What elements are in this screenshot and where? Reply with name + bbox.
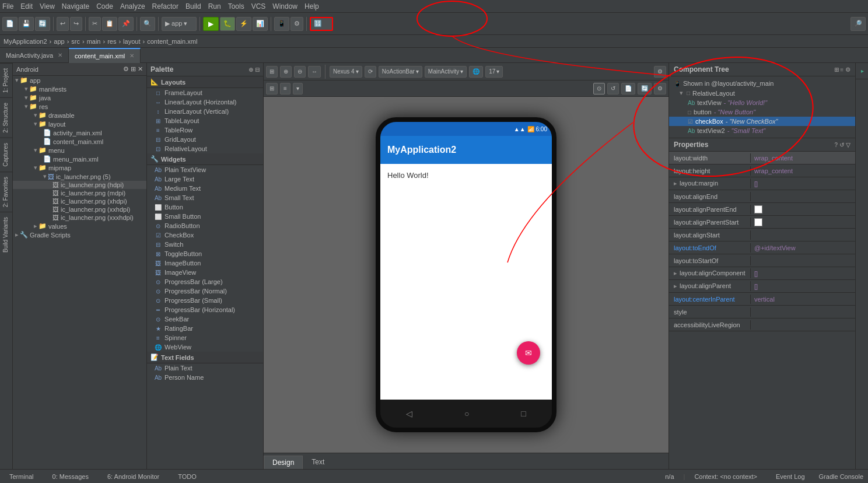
nav-recents-button[interactable]: □: [521, 409, 526, 418]
tree-item-ic-xxhdpi[interactable]: 🖼 ic_launcher.png (xxhdpi): [13, 205, 146, 214]
prop-val-alignparentstart[interactable]: [751, 217, 855, 228]
ct-item-checkbox[interactable]: ☑ checkBox - "New CheckBox": [669, 117, 855, 126]
prop-expand-aligncomponent[interactable]: ▸: [674, 270, 677, 276]
vtab-project[interactable]: 1: Project: [0, 63, 13, 97]
palette-item-imagebutton[interactable]: 🖼 ImageButton: [147, 258, 263, 268]
tree-expand-drawable[interactable]: ▾: [34, 111, 37, 119]
menu-analyze[interactable]: Analyze: [120, 2, 145, 10]
palette-item-checkbox[interactable]: ☑ CheckBox: [147, 230, 263, 240]
canvas-reload-button[interactable]: ↺: [607, 83, 619, 94]
canvas-zoom-fit[interactable]: ⊞: [266, 66, 278, 78]
ct-item-button[interactable]: □ button - "New Button": [669, 107, 855, 117]
prop-val-aligncomponent[interactable]: []: [751, 269, 855, 278]
palette-item-webview[interactable]: 🌐 WebView: [147, 342, 263, 352]
tree-item-gradle[interactable]: ▸ 🔧 Gradle Scripts: [13, 230, 146, 239]
palette-item-switch[interactable]: ⊟ Switch: [147, 240, 263, 249]
bottom-tab-messages[interactable]: 0: Messages: [48, 470, 93, 483]
palette-category-widgets[interactable]: 🔧 Widgets: [147, 153, 263, 165]
tree-item-drawable[interactable]: ▾ 📁 drawable: [13, 111, 146, 120]
palette-item-smalltext[interactable]: Ab Small Text: [147, 193, 263, 202]
tree-item-res[interactable]: ▾ 📁 res: [13, 102, 146, 111]
palette-item-progressbar-normal[interactable]: ⊙ ProgressBar (Normal): [147, 286, 263, 296]
bottom-tab-todo[interactable]: TODO: [173, 470, 201, 483]
prop-expand-margin[interactable]: ▸: [674, 180, 677, 187]
tree-item-layout[interactable]: ▾ 📁 layout: [13, 120, 146, 128]
bottom-tab-terminal[interactable]: Terminal: [5, 470, 38, 483]
tree-expand-menu[interactable]: ▾: [34, 146, 37, 154]
tab-contentmain[interactable]: content_main.xml ✕: [69, 48, 141, 63]
canvas-settings-button[interactable]: ⚙: [654, 66, 666, 78]
toolbar-profile-button[interactable]: 📊: [253, 17, 268, 31]
canvas-api-dropdown[interactable]: 17 ▾: [485, 66, 503, 78]
canvas-refresh-button[interactable]: ⊙: [593, 83, 605, 94]
palette-item-largetext[interactable]: Ab Large Text: [147, 174, 263, 184]
nav-back-button[interactable]: ◁: [406, 409, 412, 418]
toolbar-coverage-button[interactable]: ⚡: [236, 17, 251, 31]
prop-expand-alignparent[interactable]: ▸: [674, 282, 677, 289]
prop-val-toendof[interactable]: @+id/textView: [751, 243, 855, 253]
toolbar-paste-button[interactable]: 📌: [118, 17, 134, 31]
canvas-config-button[interactable]: ⚙: [654, 83, 666, 94]
tree-item-manifests[interactable]: ▾ 📁 manifests: [13, 85, 146, 93]
toolbar-copy-button[interactable]: 📋: [102, 17, 117, 31]
palette-item-togglebutton[interactable]: ⊠ ToggleButton: [147, 249, 263, 258]
tab-mainactivity-close[interactable]: ✕: [58, 52, 62, 58]
tree-item-menu[interactable]: ▾ 📁 menu: [13, 146, 146, 155]
ct-item-textview[interactable]: Ab textView - "Hello World!": [669, 98, 855, 107]
palette-item-tablerow[interactable]: ≡ TableRow: [147, 125, 263, 135]
toolbar-app-dropdown[interactable]: ▶ app ▾: [162, 17, 197, 31]
canvas-orientation-button[interactable]: ⟳: [365, 66, 376, 78]
palette-item-radiobutton[interactable]: ⊙ RadioButton: [147, 221, 263, 230]
palette-item-gridlayout[interactable]: ⊟ GridLayout: [147, 135, 263, 144]
palette-item-button[interactable]: ⬜ Button: [147, 202, 263, 212]
tree-expand-values[interactable]: ▸: [34, 222, 37, 230]
canvas-tab-text[interactable]: Text: [303, 455, 333, 469]
tree-expand-ic-launcher[interactable]: ▾: [43, 173, 47, 180]
palette-item-imageview[interactable]: 🖼 ImageView: [147, 268, 263, 277]
menu-file[interactable]: File: [2, 2, 13, 10]
canvas-more-button[interactable]: ▾: [293, 83, 303, 94]
breadcrumb-res[interactable]: res: [107, 38, 116, 45]
checkbox-alignparentend[interactable]: [754, 205, 762, 214]
palette-category-textfields[interactable]: 📝 Text Fields: [147, 352, 263, 363]
tree-item-java[interactable]: ▾ 📁 java: [13, 93, 146, 102]
palette-item-plaintext[interactable]: Ab Plain Text: [147, 363, 263, 373]
menu-edit[interactable]: Edit: [20, 2, 33, 10]
tree-item-ic-mdpi[interactable]: 🖼 ic_launcher.png (mdpi): [13, 189, 146, 197]
palette-item-framelayout[interactable]: □ FrameLayout: [147, 88, 263, 97]
tree-expand-res[interactable]: ▾: [24, 103, 28, 110]
vtab-favorites[interactable]: 2: Favorites: [0, 172, 13, 212]
ct-expand-relativelayout[interactable]: ▾: [680, 89, 683, 97]
menu-run[interactable]: Run: [208, 2, 221, 10]
menu-window[interactable]: Window: [272, 2, 298, 10]
vtab-captures[interactable]: Captures: [0, 138, 13, 172]
toolbar-cut-button[interactable]: ✂: [89, 17, 101, 31]
palette-item-spinner[interactable]: ≡ Spinner: [147, 333, 263, 342]
tree-item-content-main[interactable]: 📄 content_main.xml: [13, 137, 146, 146]
tree-item-ic-xhdpi[interactable]: 🖼 ic_launcher.png (xhdpi): [13, 197, 146, 205]
palette-controls[interactable]: ⊕ ⊟: [249, 66, 260, 73]
toolbar-save-button[interactable]: 💾: [19, 17, 34, 31]
prop-val-style[interactable]: [751, 311, 855, 313]
properties-controls[interactable]: ? ↺ ▽: [834, 142, 850, 148]
tree-expand-manifests[interactable]: ▾: [24, 85, 28, 93]
prop-key-centerinparent[interactable]: layout:centerInParent: [669, 295, 751, 304]
palette-item-linearlayout-h[interactable]: ↔ LinearLayout (Horizontal): [147, 97, 263, 107]
palette-item-ratingbar[interactable]: ★ RatingBar: [147, 324, 263, 333]
canvas-linear-button[interactable]: ≡: [280, 83, 290, 94]
menu-vcs[interactable]: VCS: [251, 2, 266, 10]
ct-item-relativelayout[interactable]: ▾ □ RelativeLayout: [669, 88, 855, 98]
prop-val-alignparentend[interactable]: [751, 204, 855, 215]
canvas-locale-button[interactable]: 🌐: [469, 66, 483, 78]
toolbar-extra-button[interactable]: 🔢: [310, 17, 333, 31]
toolbar-find-button[interactable]: 🔍: [140, 17, 155, 31]
breadcrumb-layout[interactable]: layout: [123, 38, 140, 45]
toolbar-debug-button[interactable]: 🐛: [220, 17, 235, 31]
canvas-zoom-out[interactable]: ⊖: [294, 66, 306, 78]
nav-home-button[interactable]: ○: [464, 409, 469, 418]
palette-item-tablelayout[interactable]: ⊞ TableLayout: [147, 116, 263, 125]
palette-item-progressbar-large[interactable]: ⊙ ProgressBar (Large): [147, 277, 263, 286]
tab-contentmain-close[interactable]: ✕: [130, 52, 134, 59]
toolbar-undo-button[interactable]: ↩: [57, 17, 69, 31]
ct-item-shown[interactable]: 📱 Shown in @layout/activity_main: [669, 79, 855, 88]
